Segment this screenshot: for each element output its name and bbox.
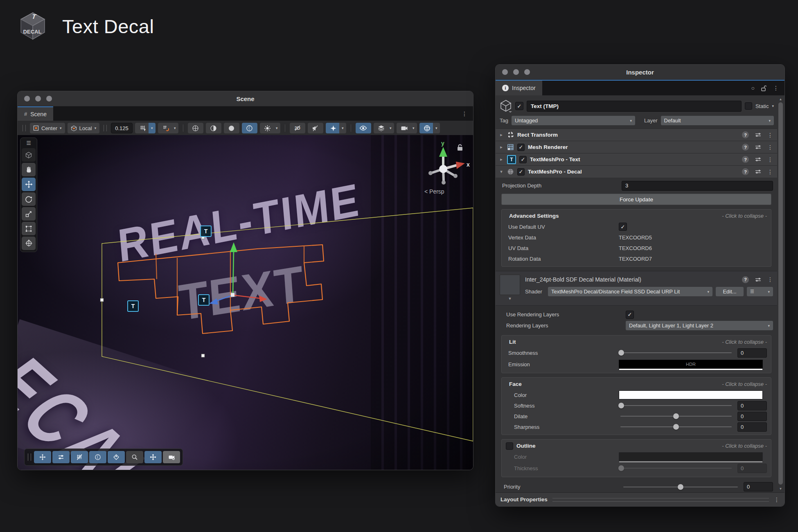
outline-color-field[interactable] [619, 452, 763, 461]
outline-header[interactable]: Outline - Click to collapse - [506, 440, 767, 451]
component-tmp-text[interactable]: ▸ T ✓ TextMeshPro - Text ? ⋮ [496, 153, 777, 165]
grid-snap-dropdown[interactable]: ▾ [149, 123, 156, 133]
foldout-icon[interactable]: ▸ [499, 144, 504, 150]
help-icon[interactable]: ? [742, 144, 749, 151]
shader-edit-button[interactable]: Edit... [716, 287, 744, 296]
tmp-object-badge[interactable]: T [198, 294, 210, 306]
radio-circle-icon[interactable]: ○ [751, 85, 755, 91]
tmp-object-badge[interactable]: T [200, 225, 212, 237]
transform-tool-button[interactable] [22, 237, 36, 250]
overlay-grid-toggle-button[interactable] [71, 451, 88, 463]
component-menu-icon[interactable]: ⋮ [767, 169, 773, 175]
component-enabled-checkbox[interactable]: ✓ [517, 168, 525, 176]
face-header[interactable]: Face - Click to collapse - [506, 379, 767, 390]
camera-dropdown[interactable]: ▾ [410, 123, 417, 133]
shading-shaded-wire-button[interactable] [206, 123, 221, 133]
presets-icon[interactable] [755, 169, 761, 174]
dilate-slider[interactable] [619, 411, 733, 421]
softness-value[interactable]: 0 [737, 401, 767, 410]
window-close-button[interactable] [24, 96, 30, 101]
inspector-scrollbar[interactable]: ▲ ▼ [778, 96, 784, 491]
component-menu-icon[interactable]: ⋮ [767, 144, 773, 151]
face-color-field[interactable] [619, 390, 763, 399]
rect-tool-button[interactable] [22, 222, 36, 235]
orientation-gizmo-center[interactable] [439, 165, 447, 173]
move-tool-button[interactable] [22, 178, 36, 191]
window-minimize-button[interactable] [513, 69, 519, 75]
layer-dropdown[interactable]: Default ▾ [661, 116, 774, 125]
projection-depth-field[interactable]: 3 [622, 181, 773, 191]
overlay-drag-handle[interactable] [28, 453, 31, 461]
unlock-icon[interactable] [761, 85, 766, 91]
hand-tool-button[interactable] [22, 163, 36, 176]
bounds-handles[interactable] [100, 236, 205, 357]
layers-dropdown[interactable]: ▾ [387, 123, 394, 133]
overlay-gizmo-button[interactable] [108, 451, 125, 463]
material-menu-icon[interactable]: ⋮ [767, 276, 773, 283]
move-gizmo-z-arrowhead[interactable] [209, 298, 218, 304]
projection-mode-label[interactable]: < Persp [424, 188, 444, 195]
toolbar-drag-handle[interactable] [104, 125, 107, 131]
tab-inspector[interactable]: i Inspector [496, 81, 542, 95]
snap-settings-dropdown[interactable]: ▾ [171, 123, 178, 133]
gameobject-cube-icon[interactable] [500, 99, 512, 113]
scene-window-controls[interactable] [24, 96, 52, 101]
component-menu-icon[interactable]: ⋮ [767, 156, 773, 163]
emission-color-field[interactable]: HDR [619, 360, 763, 369]
material-properties-menu[interactable]: ☰ ▾ [747, 287, 773, 296]
gameobject-enabled-checkbox[interactable]: ✓ [515, 102, 523, 110]
shader-dropdown[interactable]: TextMeshPro Decal/Distance Field SSD Dec… [548, 287, 712, 296]
overlay-move-button[interactable] [34, 451, 51, 463]
foldout-icon[interactable]: ▸ [499, 157, 504, 162]
use-rendering-layers-checkbox[interactable]: ✓ [626, 311, 634, 319]
move-gizmo[interactable] [209, 242, 267, 304]
shading-solid-button[interactable] [224, 123, 239, 133]
outline-enabled-checkbox[interactable] [506, 442, 513, 450]
tools-menu-icon[interactable]: ☰ [26, 139, 31, 147]
presets-icon[interactable] [755, 277, 761, 282]
presets-icon[interactable] [755, 157, 761, 162]
window-zoom-button[interactable] [524, 69, 530, 75]
inspector-window-controls[interactable] [502, 69, 530, 75]
move-gizmo-y-axis[interactable] [233, 251, 234, 295]
help-icon[interactable]: ? [742, 276, 749, 283]
material-preview-swatch[interactable] [500, 275, 520, 295]
rendering-layers-dropdown[interactable]: Default, Light Layer 1, Light Layer 2 ▾ [626, 321, 773, 330]
shading-lit-button[interactable] [242, 123, 257, 133]
shading-wireframe-button[interactable] [188, 123, 203, 133]
orientation-gizmo[interactable]: y x [428, 140, 470, 185]
presets-icon[interactable] [755, 144, 761, 150]
window-close-button[interactable] [502, 69, 508, 75]
scale-tool-button[interactable] [22, 207, 36, 221]
component-menu-icon[interactable]: ⋮ [767, 132, 773, 138]
component-mesh-renderer[interactable]: ▸ ✓ Mesh Renderer ? ⋮ [496, 141, 777, 153]
priority-value[interactable]: 0 [744, 482, 773, 491]
inspector-pane-menu-icon[interactable]: ⋮ [773, 85, 779, 91]
component-enabled-checkbox[interactable]: ✓ [519, 156, 527, 163]
pivot-mode-dropdown[interactable]: Center ▾ [30, 123, 65, 133]
gameobject-icon-dropdown[interactable] [509, 111, 512, 113]
foldout-icon[interactable]: ▸ [499, 132, 504, 138]
advanced-settings-header[interactable]: Advanced Settings - Click to collapse - [506, 210, 767, 221]
view-tool-button[interactable] [22, 148, 36, 162]
lock-icon[interactable] [458, 145, 462, 151]
softness-slider[interactable] [619, 401, 733, 410]
gameobject-name-field[interactable]: Text (TMP) [527, 101, 742, 112]
layout-properties-menu-icon[interactable]: ⋮ [774, 496, 780, 503]
static-checkbox[interactable] [745, 102, 752, 110]
window-minimize-button[interactable] [35, 96, 41, 101]
dilate-value[interactable]: 0 [737, 412, 767, 421]
bounds-handle-bottom[interactable] [201, 354, 205, 357]
tmp-object-badge[interactable]: T [127, 300, 139, 312]
component-tmp-decal[interactable]: ▾ ✓ TextMeshPro - Decal ? ⋮ [496, 165, 777, 178]
orientation-gizmo-y-cone[interactable] [439, 147, 447, 157]
sharpness-slider[interactable] [619, 422, 733, 432]
overlay-camera-button[interactable] [163, 451, 180, 463]
window-zoom-button[interactable] [46, 96, 52, 101]
layout-properties-bar[interactable]: Layout Properties ⋮ [496, 492, 784, 506]
foldout-icon[interactable]: ▾ [499, 169, 504, 174]
scrollbar-up-arrow[interactable]: ▲ [778, 96, 784, 102]
tag-dropdown[interactable]: Untagged ▾ [512, 116, 635, 125]
toolbar-drag-handle[interactable] [23, 125, 26, 131]
scrollbar-down-arrow[interactable]: ▼ [778, 486, 784, 491]
